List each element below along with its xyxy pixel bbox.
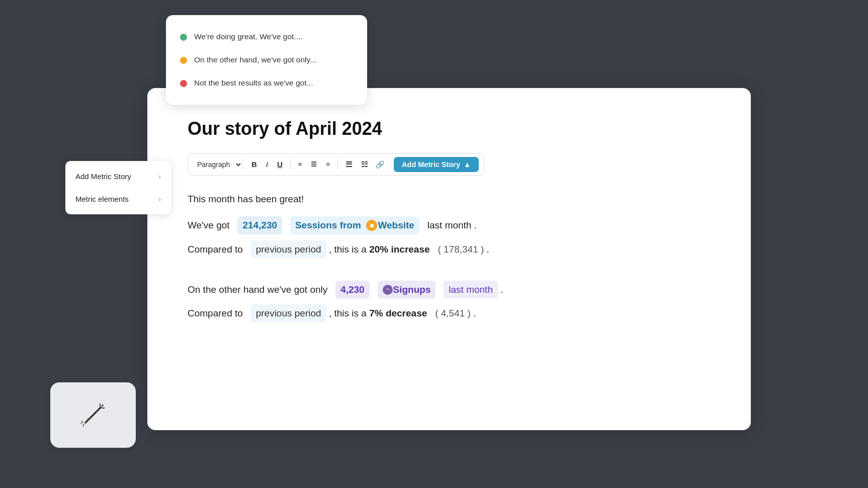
sidebar-item-metric-elements[interactable]: Metric elements › xyxy=(65,188,171,210)
compare-line-2: Compared to previous period , this is a … xyxy=(188,304,711,322)
toolbar-divider-2 xyxy=(337,159,338,170)
line2-prefix: Compared to xyxy=(188,244,243,255)
sessions-metric: Sessions from Website xyxy=(290,216,419,234)
line2-dot: . xyxy=(487,244,489,255)
line4-value-parens: ( 4,541 ) xyxy=(435,308,471,318)
chevron-right-icon: › xyxy=(158,195,161,203)
line3-dot: . xyxy=(500,284,503,295)
increase-label: 20% increase xyxy=(369,244,429,255)
signups-value[interactable]: 4,230 xyxy=(335,281,370,298)
line1-prefix: We've got xyxy=(188,220,230,230)
align-center-button[interactable]: ☰ xyxy=(307,159,320,170)
signups-metric: Signups xyxy=(378,281,436,298)
dropdown-item-text: We're doing great. We've got.... xyxy=(194,32,303,41)
dropdown-item-text: Not the best results as we've got... xyxy=(194,78,313,88)
italic-button[interactable]: I xyxy=(263,158,272,171)
add-metric-story-button[interactable]: Add Metric Story ▲ xyxy=(394,157,479,172)
line4-mid: , this is a xyxy=(329,308,369,318)
editor-title: Our story of April 2024 xyxy=(188,118,711,139)
ordered-list-button[interactable]: ☷ xyxy=(358,158,371,171)
status-dot-green xyxy=(180,34,187,41)
line4-prefix: Compared to xyxy=(188,308,243,318)
decrease-label: 7% decrease xyxy=(369,308,427,318)
line1-metric: Sessions from xyxy=(295,220,361,230)
status-dot-red xyxy=(180,80,187,87)
add-metric-story-label: Add Metric Story xyxy=(402,160,460,169)
status-dot-orange xyxy=(180,57,187,64)
line2-mid: , this is a xyxy=(329,244,369,255)
sidebar-item-label: Add Metric Story xyxy=(75,172,131,181)
line4-dot: . xyxy=(473,308,476,318)
editor-toolbar: Paragraph B I U ≡ ☰ ≡ ☰ ☷ 🔗 Add Metric S… xyxy=(188,153,484,176)
line2-value-parens: ( 178,341 ) xyxy=(438,244,484,255)
intro-paragraph: This month has been great! xyxy=(188,191,711,207)
sidebar-item-label: Metric elements xyxy=(75,195,129,203)
svg-line-3 xyxy=(102,405,103,406)
period-chip-1[interactable]: previous period xyxy=(251,240,326,258)
sidebar: Add Metric Story › Metric elements › xyxy=(65,161,171,214)
line3-metric-name: Signups xyxy=(393,284,431,295)
toolbar-divider-1 xyxy=(290,159,291,170)
line1-dot: . xyxy=(474,220,477,230)
dropdown-item-green[interactable]: We're doing great. We've got.... xyxy=(166,25,367,48)
compare-line-1: Compared to previous period , this is a … xyxy=(188,240,711,258)
align-right-button[interactable]: ≡ xyxy=(322,159,333,170)
chevron-right-icon: › xyxy=(158,173,161,181)
line1-metric-name: Website xyxy=(378,220,414,230)
website-metric-icon xyxy=(366,220,377,231)
line3-prefix: On the other hand we've got only xyxy=(188,284,327,295)
dropdown-item-red[interactable]: Not the best results as we've got... xyxy=(166,71,367,95)
svg-point-7 xyxy=(88,419,89,420)
chevron-up-icon: ▲ xyxy=(464,160,471,169)
unordered-list-button[interactable]: ☰ xyxy=(342,158,356,171)
align-left-button[interactable]: ≡ xyxy=(295,159,306,170)
dropdown-item-text: On the other hand, we've got only... xyxy=(194,55,316,64)
signups-metric-icon xyxy=(383,285,393,295)
svg-line-4 xyxy=(83,424,84,426)
sidebar-item-add-metric[interactable]: Add Metric Story › xyxy=(65,165,171,188)
period-chip-2[interactable]: previous period xyxy=(251,304,326,322)
intro-text: This month has been great! xyxy=(188,194,304,204)
sessions-line: We've got 214,230 Sessions from Website … xyxy=(188,216,711,234)
editor-content: This month has been great! We've got 214… xyxy=(188,191,711,322)
underline-button[interactable]: U xyxy=(274,158,286,171)
signups-line: On the other hand we've got only 4,230 S… xyxy=(188,281,711,298)
magic-wand-icon xyxy=(78,400,108,430)
svg-point-8 xyxy=(97,411,98,412)
sessions-value[interactable]: 214,230 xyxy=(237,216,282,234)
dropdown-item-orange[interactable]: On the other hand, we've got only... xyxy=(166,48,367,71)
signups-suffix: last month xyxy=(444,281,498,298)
line1-suffix: last month xyxy=(427,220,472,230)
bold-button[interactable]: B xyxy=(248,158,261,171)
paragraph-select[interactable]: Paragraph xyxy=(193,159,243,170)
editor-card: Our story of April 2024 Paragraph B I U … xyxy=(147,88,751,430)
magic-wand-card[interactable] xyxy=(50,382,136,448)
svg-line-0 xyxy=(85,408,101,423)
svg-line-6 xyxy=(82,421,83,422)
link-icon[interactable]: 🔗 xyxy=(373,159,387,170)
dropdown-popup: We're doing great. We've got.... On the … xyxy=(166,15,367,105)
